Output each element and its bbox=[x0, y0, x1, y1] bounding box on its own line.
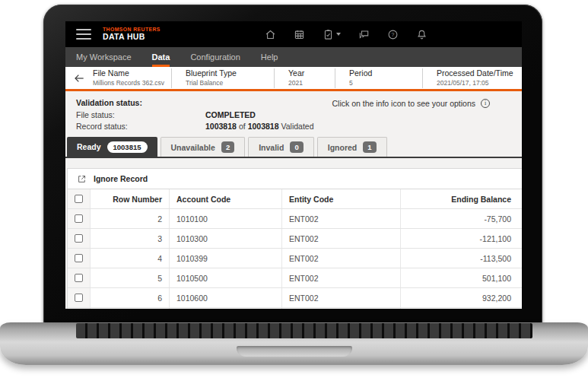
messages-icon[interactable] bbox=[358, 29, 370, 40]
blueprint-type-value: Trial Balance bbox=[186, 79, 274, 87]
row-number-cell: 4 bbox=[91, 249, 170, 268]
period-label: Period bbox=[349, 68, 422, 79]
tab-invalid[interactable]: Invalid 0 bbox=[248, 137, 314, 157]
info-icon[interactable]: i bbox=[481, 99, 490, 108]
validation-status-title: Validation status: bbox=[76, 98, 142, 107]
product-name: DATA HUB bbox=[103, 33, 161, 42]
col-header-account-code: Account Code bbox=[170, 189, 282, 208]
ending-balance-cell: 932,200 bbox=[401, 288, 522, 307]
laptop-base bbox=[0, 322, 588, 365]
file-info-bar: File Name Millions Records 362.csv Bluep… bbox=[65, 67, 522, 91]
table-row: 6 1010600 ENT002 932,200 bbox=[68, 288, 522, 308]
row-checkbox[interactable] bbox=[75, 254, 83, 262]
entity-code-cell: ENT002 bbox=[282, 249, 401, 268]
validation-status-section: Validation status: File status: COMPLETE… bbox=[65, 91, 522, 137]
laptop-screen-bezel: THOMSON REUTERS DATA HUB bbox=[43, 5, 542, 324]
nav-item-configuration[interactable]: Configuration bbox=[190, 47, 240, 67]
row-number-cell: 2 bbox=[91, 209, 170, 228]
processed-datetime-value: 2021/05/17, 17:05 bbox=[437, 79, 522, 87]
invalid-count-badge: 0 bbox=[290, 141, 303, 153]
period-value: 5 bbox=[349, 79, 422, 87]
ending-balance-cell: -121,100 bbox=[401, 229, 522, 248]
processed-datetime-field: Processed Date/Time 2021/05/17, 17:05 bbox=[422, 68, 522, 88]
file-name-field: File Name Millions Records 362.csv bbox=[93, 68, 171, 88]
tasks-checklist-icon bbox=[323, 29, 334, 40]
record-tabs: Ready 1003815 Unavailable 2 Invalid 0 Ig… bbox=[65, 137, 522, 157]
nav-item-help[interactable]: Help bbox=[261, 47, 278, 67]
entity-code-cell: ENT002 bbox=[282, 268, 401, 287]
file-status-value: COMPLETED bbox=[205, 110, 256, 119]
laptop-lid-notch bbox=[237, 346, 352, 357]
record-status-label: Record status: bbox=[76, 122, 205, 131]
menu-icon[interactable] bbox=[76, 29, 91, 40]
info-hint-text: Click on the info icon to see your optio… bbox=[332, 99, 475, 108]
row-checkbox[interactable] bbox=[75, 214, 83, 223]
nav-item-my-workspace[interactable]: My Workspace bbox=[76, 47, 132, 67]
ending-balance-cell: -75,700 bbox=[401, 209, 522, 228]
table-header-row: Row Number Account Code Entity Code Endi… bbox=[68, 189, 522, 209]
unavailable-count-badge: 2 bbox=[221, 141, 234, 153]
back-arrow-icon[interactable] bbox=[65, 71, 93, 85]
notifications-bell-icon[interactable] bbox=[416, 29, 427, 40]
account-code-cell: 1010300 bbox=[170, 229, 282, 248]
processed-datetime-label: Processed Date/Time bbox=[437, 68, 522, 79]
chevron-down-icon bbox=[336, 33, 341, 36]
ignore-record-button[interactable]: Ignore Record bbox=[68, 169, 522, 189]
svg-text:?: ? bbox=[392, 31, 395, 36]
ignored-count-badge: 1 bbox=[363, 141, 376, 153]
account-code-cell: 1010399 bbox=[170, 249, 282, 268]
ending-balance-cell: 501,100 bbox=[401, 268, 522, 287]
row-checkbox[interactable] bbox=[75, 294, 83, 302]
col-header-entity-code: Entity Code bbox=[282, 189, 401, 208]
tab-ready[interactable]: Ready 1003815 bbox=[67, 137, 157, 157]
row-number-cell: 6 bbox=[91, 288, 170, 307]
account-code-cell: 1010500 bbox=[170, 268, 282, 287]
entity-code-cell: ENT002 bbox=[282, 209, 401, 228]
records-card: Ignore Record Row Number Account Code En… bbox=[67, 168, 522, 309]
tab-unavailable[interactable]: Unavailable 2 bbox=[161, 137, 246, 157]
tasks-checklist-dropdown[interactable] bbox=[323, 29, 341, 40]
blueprint-type-label: Blueprint Type bbox=[186, 68, 274, 79]
table-row: 3 1010300 ENT002 -121,100 bbox=[68, 229, 522, 249]
laptop-mockup: THOMSON REUTERS DATA HUB bbox=[0, 0, 588, 384]
app-logo: THOMSON REUTERS DATA HUB bbox=[103, 27, 161, 41]
select-all-cell bbox=[68, 189, 91, 208]
account-code-cell: 1010600 bbox=[170, 288, 282, 307]
main-nav: My Workspace Data Configuration Help bbox=[65, 47, 522, 67]
export-icon bbox=[77, 174, 87, 184]
calendar-icon[interactable] bbox=[294, 29, 305, 40]
col-header-row-number: Row Number bbox=[91, 189, 170, 208]
appbar-icon-group: ? bbox=[265, 29, 427, 40]
home-icon[interactable] bbox=[265, 29, 276, 40]
row-checkbox[interactable] bbox=[75, 274, 83, 282]
year-value: 2021 bbox=[288, 79, 335, 87]
file-name-label: File Name bbox=[93, 68, 171, 79]
year-label: Year bbox=[288, 68, 335, 79]
tab-ignored[interactable]: Ignored 1 bbox=[317, 137, 387, 157]
entity-code-cell: ENT002 bbox=[282, 229, 401, 248]
app-header: THOMSON REUTERS DATA HUB bbox=[65, 21, 522, 47]
table-row: 4 1010399 ENT002 -113,500 bbox=[68, 249, 522, 268]
table-row-partial bbox=[68, 308, 522, 309]
table-row: 2 1010100 ENT002 -75,700 bbox=[68, 209, 522, 229]
laptop-keyboard bbox=[76, 323, 532, 338]
entity-code-cell: ENT002 bbox=[282, 288, 401, 307]
record-status-value: 1003818of1003818Validated bbox=[205, 122, 314, 131]
year-field: Year 2021 bbox=[274, 68, 335, 88]
nav-item-data[interactable]: Data bbox=[152, 47, 170, 67]
table-row: 5 1010500 ENT002 501,100 bbox=[68, 268, 522, 288]
row-number-cell: 5 bbox=[91, 268, 170, 287]
select-all-checkbox[interactable] bbox=[75, 195, 83, 203]
help-icon[interactable]: ? bbox=[387, 29, 399, 40]
file-status-label: File status: bbox=[76, 110, 205, 119]
col-header-ending-balance: Ending Balance bbox=[401, 189, 522, 208]
ending-balance-cell: -113,500 bbox=[401, 249, 522, 268]
ignore-record-label: Ignore Record bbox=[94, 174, 148, 183]
file-name-value: Millions Records 362.csv bbox=[93, 79, 171, 87]
period-field: Period 5 bbox=[335, 68, 422, 88]
row-number-cell: 3 bbox=[91, 229, 170, 248]
ready-count-badge: 1003815 bbox=[107, 141, 148, 153]
info-hint: Click on the info icon to see your optio… bbox=[332, 99, 490, 108]
row-checkbox[interactable] bbox=[75, 234, 83, 243]
app-window: THOMSON REUTERS DATA HUB bbox=[65, 21, 522, 309]
